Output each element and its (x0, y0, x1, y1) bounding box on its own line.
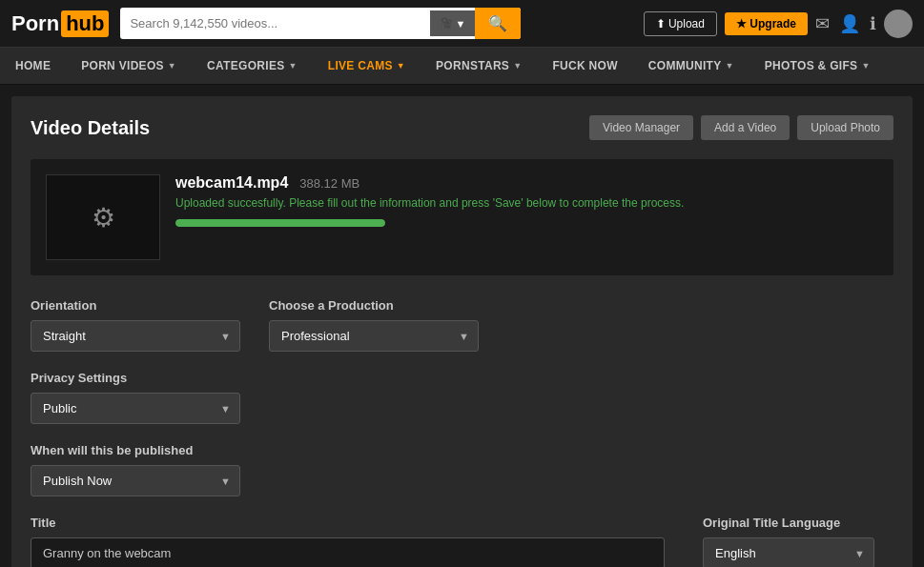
orientation-group: Orientation Straight Gay Transgender (31, 298, 240, 352)
privacy-row: Privacy Settings Public Private Hidden (31, 371, 893, 424)
production-group: Choose a Production Professional Amateur (269, 298, 479, 352)
magnify-icon: 🔍 (488, 15, 507, 31)
info-icon[interactable]: ℹ (870, 13, 876, 34)
header: Pornhub 🎥 ▼ 🔍 ⬆ Upload ★ Upgrade ✉ 👤 ℹ (0, 0, 924, 48)
orientation-select[interactable]: Straight Gay Transgender (31, 320, 240, 352)
production-select[interactable]: Professional Amateur (269, 320, 479, 352)
avatar[interactable] (884, 10, 913, 38)
production-label: Choose a Production (269, 298, 479, 313)
production-select-wrapper: Professional Amateur (269, 320, 479, 352)
search-input[interactable] (120, 10, 429, 36)
logo-porn: Porn (11, 11, 59, 36)
orientation-select-wrapper: Straight Gay Transgender (31, 320, 240, 352)
nav-item-photos-gifs[interactable]: PHOTOS & GIFS ▼ (749, 48, 886, 84)
chevron-down-icon: ▼ (513, 61, 522, 71)
privacy-label: Privacy Settings (31, 371, 240, 385)
upload-photo-button[interactable]: Upload Photo (797, 115, 893, 140)
cam-arrow: ▼ (456, 18, 466, 30)
publish-select[interactable]: Publish Now Schedule (31, 465, 240, 496)
title-input[interactable] (31, 537, 665, 567)
add-video-button[interactable]: Add a Video (701, 115, 790, 140)
header-icons: ✉ 👤 ℹ (815, 13, 876, 34)
header-right: ⬆ Upload ★ Upgrade ✉ 👤 ℹ (644, 10, 913, 38)
main-content: Video Details Video Manager Add a Video … (11, 96, 913, 567)
nav-item-porn-videos[interactable]: PORN VIDEOS ▼ (66, 48, 192, 84)
nav-item-fuck-now[interactable]: FUCK NOW (537, 48, 632, 84)
title-label: Title (31, 516, 665, 530)
orientation-label: Orientation (31, 298, 240, 313)
publish-label: When will this be published (31, 443, 240, 457)
publish-select-wrapper: Publish Now Schedule (31, 465, 240, 496)
lang-select-wrapper: English French Spanish German (703, 537, 874, 567)
upload-info: webcam14.mp4 388.12 MB Uploaded succesfu… (175, 174, 878, 227)
chevron-down-icon: ▼ (168, 61, 176, 71)
page-actions: Video Manager Add a Video Upload Photo (589, 115, 893, 140)
video-manager-button[interactable]: Video Manager (589, 115, 693, 140)
page-title: Video Details (31, 117, 150, 139)
nav-item-home[interactable]: HOME (0, 48, 66, 84)
person-icon[interactable]: 👤 (839, 13, 860, 34)
page-header: Video Details Video Manager Add a Video … (31, 115, 893, 140)
video-thumbnail: ⚙ (46, 174, 160, 260)
upload-section: ⚙ webcam14.mp4 388.12 MB Uploaded succes… (31, 159, 893, 275)
chevron-down-icon: ▼ (725, 61, 733, 71)
upgrade-button[interactable]: ★ Upgrade (725, 12, 808, 35)
orientation-production-row: Orientation Straight Gay Transgender Cho… (31, 298, 893, 352)
privacy-select-wrapper: Public Private Hidden (31, 393, 240, 424)
title-group: Title 75 characters remaining (31, 516, 665, 567)
logo-hub: hub (61, 10, 109, 37)
language-group: Original Title Language English French S… (703, 516, 893, 567)
mail-icon[interactable]: ✉ (815, 13, 830, 34)
nav-item-pornstars[interactable]: PORNSTARS ▼ (421, 48, 537, 84)
upload-button[interactable]: ⬆ Upload (644, 11, 717, 36)
publish-group: When will this be published Publish Now … (31, 443, 240, 496)
publish-row: When will this be published Publish Now … (31, 443, 893, 496)
nav-item-live-cams[interactable]: LIVE CAMS ▼ (313, 48, 421, 84)
progress-bar-container (175, 219, 385, 227)
cam-search-button[interactable]: 🎥 ▼ (430, 10, 476, 36)
privacy-select[interactable]: Public Private Hidden (31, 393, 240, 424)
search-button[interactable]: 🔍 (475, 8, 521, 39)
language-select[interactable]: English French Spanish German (703, 537, 874, 567)
main-nav: HOME PORN VIDEOS ▼ CATEGORIES ▼ LIVE CAM… (0, 48, 924, 85)
progress-bar (175, 219, 385, 227)
camera-icon: 🎥 (440, 17, 453, 30)
logo[interactable]: Pornhub (11, 10, 109, 37)
privacy-group: Privacy Settings Public Private Hidden (31, 371, 240, 424)
upload-size: 388.12 MB (299, 176, 359, 191)
chevron-down-icon: ▼ (861, 61, 870, 71)
chevron-down-icon: ▼ (289, 61, 298, 71)
loading-spinner: ⚙ (92, 202, 115, 233)
nav-item-categories[interactable]: CATEGORIES ▼ (192, 48, 313, 84)
nav-item-community[interactable]: COMMUNITY ▼ (633, 48, 749, 84)
chevron-down-icon: ▼ (397, 61, 405, 71)
upload-filename: webcam14.mp4 (175, 174, 288, 192)
search-bar: 🎥 ▼ 🔍 (120, 8, 521, 39)
lang-label: Original Title Language (703, 516, 893, 530)
title-section: Title 75 characters remaining Original T… (31, 516, 893, 567)
upload-success-message: Uploaded succesfully. Please fill out th… (175, 195, 878, 212)
